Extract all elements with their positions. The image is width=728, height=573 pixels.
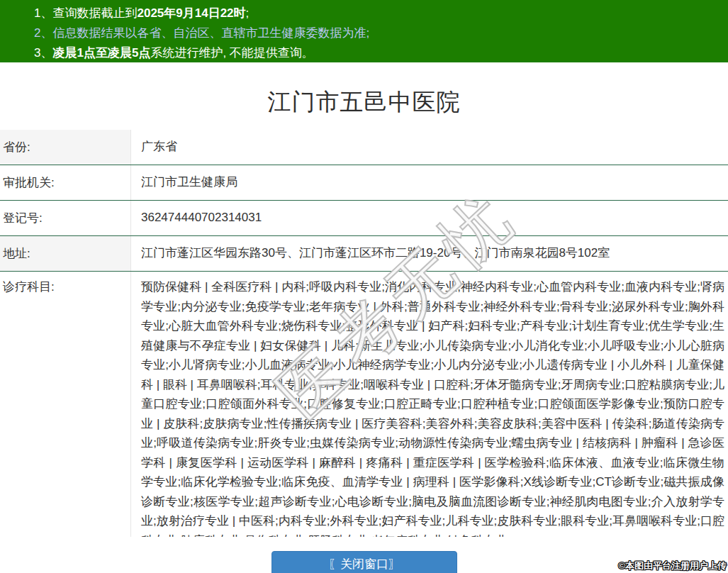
- notice-text: 信息数据结果以各省、自治区、直辖市卫生健康委数据为准;: [52, 26, 369, 40]
- notice-line-3: 3、凌晨1点至凌晨5点系统进行维护, 不能提供查询。: [34, 43, 728, 63]
- row-label: 诊疗科目:: [0, 272, 131, 537]
- row-value: 362474440702314031: [131, 201, 728, 235]
- notice-text: 查询数据截止到: [52, 6, 137, 20]
- notice-bold-date: 2025年9月14日22时: [137, 6, 245, 20]
- table-row-registration-number: 登记号: 362474440702314031: [0, 201, 728, 236]
- row-label: 审批机关:: [0, 165, 131, 200]
- table-row-approval-authority: 审批机关: 江门市卫生健康局: [0, 165, 728, 201]
- row-value: 江门市蓬江区华园东路30号、江门市蓬江区环市二路19-20号、江门市南泉花园8号…: [131, 236, 728, 271]
- notice-banner: 1、查询数据截止到2025年9月14日22时; 2、信息数据结果以各省、自治区、…: [0, 0, 728, 62]
- info-table: 省份: 广东省 审批机关: 江门市卫生健康局 登记号: 362474440702…: [0, 130, 728, 537]
- notice-text: ;: [246, 6, 250, 20]
- notice-line-2: 2、信息数据结果以各省、自治区、直辖市卫生健康委数据为准;: [34, 23, 728, 43]
- copyright-note: ©本图由平台注册用户上传: [618, 560, 727, 572]
- page-title: 江门市五邑中医院: [0, 87, 728, 118]
- query-result-page: 1、查询数据截止到2025年9月14日22时; 2、信息数据结果以各省、自治区、…: [0, 0, 728, 573]
- row-label: 登记号:: [0, 201, 131, 235]
- notice-number: 2、: [34, 26, 52, 40]
- table-row-address: 地址: 江门市蓬江区华园东路30号、江门市蓬江区环市二路19-20号、江门市南泉…: [0, 236, 728, 272]
- departments-text: 预防保健科 | 全科医疗科 | 内科;呼吸内科专业;消化内科专业;神经内科专业;…: [131, 272, 728, 537]
- table-row-province: 省份: 广东省: [0, 130, 728, 165]
- notice-line-1: 1、查询数据截止到2025年9月14日22时;: [34, 4, 728, 23]
- notice-bold-time: 凌晨1点至凌晨5点: [52, 46, 150, 60]
- notice-text: 系统进行维护, 不能提供查询。: [150, 46, 313, 60]
- row-label: 省份:: [0, 130, 131, 165]
- notice-number: 1、: [34, 6, 52, 20]
- row-value: 江门市卫生健康局: [131, 165, 728, 200]
- row-label: 地址:: [0, 236, 131, 271]
- notice-number: 3、: [34, 46, 52, 60]
- row-value: 广东省: [131, 130, 728, 165]
- close-window-button[interactable]: 〖关闭窗口〗: [271, 551, 457, 573]
- table-row-departments: 诊疗科目: 预防保健科 | 全科医疗科 | 内科;呼吸内科专业;消化内科专业;神…: [0, 272, 728, 537]
